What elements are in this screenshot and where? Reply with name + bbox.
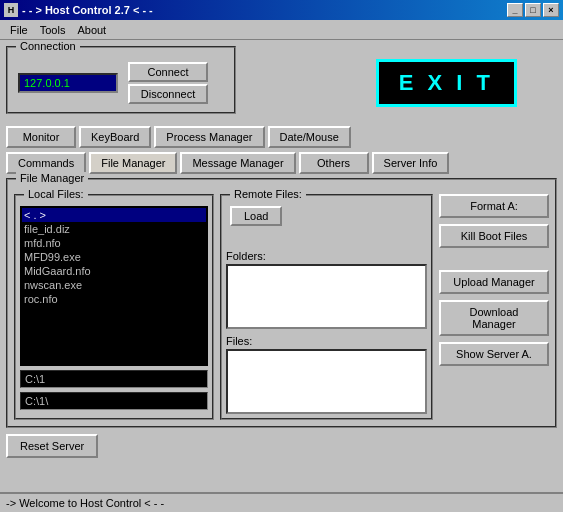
tab-server-info[interactable]: Server Info [372, 152, 450, 174]
window-controls: _ □ × [507, 3, 559, 17]
load-area: Load [226, 206, 427, 226]
tab-file-manager[interactable]: File Manager [89, 152, 177, 174]
top-row: Connection Connect Disconnect E X I T [6, 46, 557, 120]
list-item[interactable]: < . > [22, 208, 206, 222]
files-listbox[interactable] [226, 349, 427, 414]
connect-buttons: Connect Disconnect [128, 62, 208, 104]
tab-keyboard[interactable]: KeyBoard [79, 126, 151, 148]
remote-legend: Remote Files: [230, 188, 306, 200]
files-label: Files: [226, 335, 427, 347]
main-content: Connection Connect Disconnect E X I T Mo… [0, 40, 563, 512]
menu-bar: File Tools About [0, 20, 563, 40]
exit-button[interactable]: E X I T [376, 59, 517, 107]
menu-tools[interactable]: Tools [34, 22, 72, 38]
kill-boot-button[interactable]: Kill Boot Files [439, 224, 549, 248]
maximize-button[interactable]: □ [525, 3, 541, 17]
list-item[interactable]: file_id.diz [22, 222, 206, 236]
remote-files-box: Remote Files: Load Folders: Files: [220, 194, 433, 420]
status-text: -> Welcome to Host Control < - - [6, 497, 164, 509]
tab-others[interactable]: Others [299, 152, 369, 174]
upload-manager-button[interactable]: Upload Manager [439, 270, 549, 294]
tab-message-manager[interactable]: Message Manager [180, 152, 295, 174]
file-list: < . > file_id.diz mfd.nfo MFD99.exe MidG… [20, 206, 208, 366]
file-manager-legend: File Manager [16, 172, 88, 184]
window-title: - - > Host Control 2.7 < - - [22, 4, 507, 16]
tabs-row2: Commands File Manager Message Manager Ot… [6, 152, 557, 174]
ip-input[interactable] [18, 73, 118, 93]
tab-commands[interactable]: Commands [6, 152, 86, 174]
folders-listbox[interactable] [226, 264, 427, 329]
reset-server-button[interactable]: Reset Server [6, 434, 98, 458]
close-button[interactable]: × [543, 3, 559, 17]
tabs-row1: Monitor KeyBoard Process Manager Date/Mo… [6, 126, 557, 148]
folders-label: Folders: [226, 250, 427, 262]
status-bar: -> Welcome to Host Control < - - [0, 492, 563, 512]
title-bar: H - - > Host Control 2.7 < - - _ □ × [0, 0, 563, 20]
connection-group: Connection Connect Disconnect [6, 46, 236, 114]
connect-button[interactable]: Connect [128, 62, 208, 82]
show-server-button[interactable]: Show Server A. [439, 342, 549, 366]
tab-process-manager[interactable]: Process Manager [154, 126, 264, 148]
right-buttons: Format A: Kill Boot Files Upload Manager… [439, 194, 549, 420]
file-manager-panel: File Manager Local Files: < . > file_id.… [6, 178, 557, 428]
minimize-button[interactable]: _ [507, 3, 523, 17]
connection-area: Connect Disconnect [18, 62, 224, 104]
local-legend: Local Files: [24, 188, 88, 200]
download-manager-button[interactable]: Download Manager [439, 300, 549, 336]
load-button[interactable]: Load [230, 206, 282, 226]
list-item[interactable]: MFD99.exe [22, 250, 206, 264]
path-input-1[interactable] [20, 370, 208, 388]
list-item[interactable]: mfd.nfo [22, 236, 206, 250]
list-item[interactable]: nwscan.exe [22, 278, 206, 292]
bottom-row: Reset Server [6, 434, 557, 458]
tab-date-mouse[interactable]: Date/Mouse [268, 126, 351, 148]
connection-legend: Connection [16, 40, 80, 52]
menu-about[interactable]: About [71, 22, 112, 38]
menu-file[interactable]: File [4, 22, 34, 38]
path-input-2[interactable] [20, 392, 208, 410]
format-button[interactable]: Format A: [439, 194, 549, 218]
tab-monitor[interactable]: Monitor [6, 126, 76, 148]
app-icon: H [4, 3, 18, 17]
disconnect-button[interactable]: Disconnect [128, 84, 208, 104]
list-item[interactable]: roc.nfo [22, 292, 206, 306]
list-item[interactable]: MidGaard.nfo [22, 264, 206, 278]
fm-layout: Local Files: < . > file_id.diz mfd.nfo M… [14, 194, 549, 420]
local-files-box: Local Files: < . > file_id.diz mfd.nfo M… [14, 194, 214, 420]
